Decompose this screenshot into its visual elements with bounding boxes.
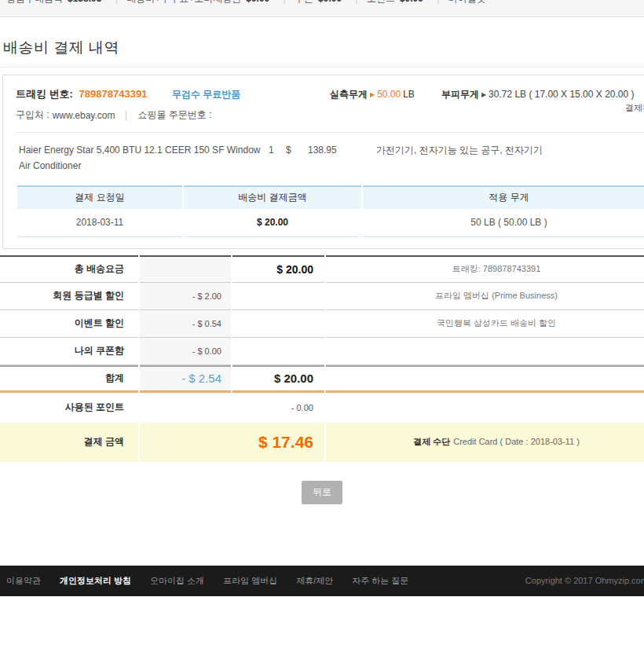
row-value: - $ 2.00 (140, 283, 231, 310)
footer-link-privacy[interactable]: 개인정보처리 방침 (60, 575, 131, 587)
summary-item-wallet[interactable]: 마이월렛 (448, 0, 486, 4)
tracking-number: 789878743391 (79, 88, 148, 100)
table-row-member-discount: 회원 등급별 할인 - $ 2.00 프라임 멤버십 (Prime Busine… (0, 283, 644, 310)
order-number-label: 쇼핑몰 주문번호 : (137, 108, 211, 122)
footer: 이용약관 개인정보처리 방침 오마이집 소개 프라임 멤버십 제휴/제안 자주 … (0, 566, 644, 596)
column-header-shipping-amount: 배송비 결제금액 (184, 185, 361, 209)
account-summary-items: 상품구매금액$138.95 | 배송비+수수료+소비세정산$0.00 | 쿠폰$… (6, 0, 491, 5)
payment-summary-table: 총 배송요금 $ 20.00 트래킹: 789878743391 회원 등급별 … (0, 255, 644, 462)
divider: | (437, 0, 439, 4)
payment-method-value: Credit Card ( Date : 2018-03-11 ) (453, 437, 580, 446)
summary-item-coupon: 쿠폰$0.00 (295, 0, 342, 4)
table-row-used-points: 사용된 포인트 - 0.00 (0, 393, 644, 423)
row-amount: $ 20.00 (232, 365, 324, 393)
arrow-right-icon: ▶ (370, 91, 375, 98)
product-name: Haier Energy Star 5,400 BTU 12.1 CEER 15… (19, 143, 265, 174)
table-row-my-coupons: 나의 쿠폰함 - $ 0.00 (0, 338, 644, 365)
product-currency: $ (286, 143, 308, 174)
row-note (326, 338, 644, 365)
account-summary-bar: 상품구매금액$138.95 | 배송비+수수료+소비세정산$0.00 | 쿠폰$… (0, 0, 644, 17)
row-label: 회원 등급별 할인 (0, 283, 138, 310)
divider: | (355, 0, 357, 4)
row-label: 결제 금액 (0, 423, 138, 462)
row-amount: $ 20.00 (232, 255, 324, 283)
seller-label: 구입처 : (16, 108, 49, 122)
table-row: 2018-03-11 $ 20.00 50 LB ( 50.00 LB ) (17, 209, 644, 237)
divider: | (284, 0, 286, 4)
row-label: 총 배송요금 (0, 255, 138, 283)
footer-link-prime[interactable]: 프라임 멤버십 (223, 575, 277, 587)
row-amount (232, 338, 324, 365)
product-row: Haier Energy Star 5,400 BTU 12.1 CEER 15… (16, 133, 644, 182)
payment-amount: $ 17.46 (140, 423, 324, 462)
footer-link-terms[interactable]: 이용약관 (6, 575, 41, 587)
table-header-row: 결제 요청일 배송비 결제금액 적용 무게 (17, 185, 644, 209)
footer-link-partnership[interactable]: 제휴/제안 (296, 575, 333, 587)
summary-item-shipping: 배송비+수수료+소비세정산$0.00 (126, 0, 269, 4)
actual-weight-value: 50.00 (377, 89, 401, 100)
divider: | (115, 0, 118, 4)
shipping-amount-cell: $ 20.00 (184, 209, 361, 237)
weight-info: 실측무게▶50.00LB부피무게▶30.72 LB ( 17.00 X 15.0… (330, 88, 635, 101)
row-note: 국민행복 삼성카드 배송비 할인 (326, 310, 644, 338)
payment-method-label: 결제 수단 (413, 437, 450, 446)
actual-weight-unit: LB (403, 89, 415, 100)
row-value: - $ 0.00 (140, 338, 231, 365)
row-note: 트래킹: 789878743391 (326, 255, 644, 283)
payment-request-table: 결제 요청일 배송비 결제금액 적용 무게 2018-03-11 $ 20.00… (16, 185, 644, 237)
payment-method: 결제 수단Credit Card ( Date : 2018-03-11 ) (326, 423, 644, 462)
copyright-text: Copyright © 2017 Ohmyzip.com All Rights … (525, 576, 644, 585)
product-category: 가전기기, 전자기능 있는 공구, 전자기기 (376, 143, 543, 174)
shipment-info-box: 트래킹 번호: 789878743391 무검수 무료반품 실측무게▶50.00… (2, 75, 644, 249)
row-label: 사용된 포인트 (0, 393, 138, 423)
row-note: 프라임 멤버십 (Prime Business) (326, 283, 644, 310)
request-date-cell: 2018-03-11 (17, 209, 182, 237)
row-label: 나의 쿠폰함 (0, 338, 138, 365)
footer-inner: 이용약관 개인정보처리 방침 오마이집 소개 프라임 멤버십 제휴/제안 자주 … (0, 566, 644, 596)
column-header-request-date: 결제 요청일 (17, 185, 182, 209)
seller-url: www.ebay.com (53, 110, 115, 121)
row-label: 합계 (0, 365, 138, 393)
row-amount (232, 310, 324, 338)
table-row-event-discount: 이벤트 할인 - $ 0.54 국민행복 삼성카드 배송비 할인 (0, 310, 644, 338)
free-return-link[interactable]: 무검수 무료반품 (172, 89, 240, 100)
back-button[interactable]: 뒤로 (302, 481, 342, 504)
summary-item-points: 포인트$0.00 (367, 0, 423, 4)
row-note (326, 393, 644, 423)
product-quantity: 1 (269, 143, 286, 174)
main-content: 배송비 결제 내역 트래킹 번호: 789878743391 무검수 무료반품 … (0, 17, 644, 504)
table-row-total-shipping: 총 배송요금 $ 20.00 트래킹: 789878743391 (0, 255, 644, 283)
product-price: 138.95 (308, 143, 357, 174)
footer-link-about[interactable]: 오마이집 소개 (150, 575, 204, 587)
table-row-subtotal: 합계 - $ 2.54 $ 20.00 (0, 365, 644, 393)
summary-item-purchase: 상품구매금액$138.95 (6, 0, 101, 4)
row-value (140, 255, 231, 283)
divider (126, 111, 126, 120)
footer-link-faq[interactable]: 자주 하는 질문 (352, 575, 408, 587)
tracking-row: 트래킹 번호: 789878743391 무검수 무료반품 실측무게▶50.00… (16, 75, 644, 104)
row-value: - $ 0.54 (140, 310, 231, 338)
applied-weight-cell: 50 LB ( 50.00 LB ) (363, 209, 644, 237)
table-row-payment-amount: 결제 금액 $ 17.46 결제 수단Credit Card ( Date : … (0, 423, 644, 462)
column-header-applied-weight: 적용 무게 (363, 185, 644, 209)
arrow-right-icon: ▶ (481, 91, 486, 98)
page-title: 배송비 결제 내역 (3, 38, 641, 58)
row-label: 이벤트 할인 (0, 310, 138, 338)
payment-status: 결제완료 (625, 102, 644, 114)
actual-weight-label: 실측무게 (330, 89, 368, 100)
seller-row: 구입처 : www.ebay.com 쇼핑몰 주문번호 : (16, 108, 644, 133)
row-value: - 0.00 (140, 393, 324, 423)
row-note (326, 365, 644, 393)
page-header: 배송비 결제 내역 (0, 17, 644, 68)
volume-weight-value: 30.72 LB ( 17.00 X 15.00 X 20.00 ) (488, 89, 634, 100)
row-amount (232, 283, 324, 310)
row-value: - $ 2.54 (140, 365, 231, 393)
button-area: 뒤로 (0, 481, 644, 504)
tracking-label: 트래킹 번호: (16, 88, 73, 100)
volume-weight-label: 부피무게 (441, 89, 479, 100)
